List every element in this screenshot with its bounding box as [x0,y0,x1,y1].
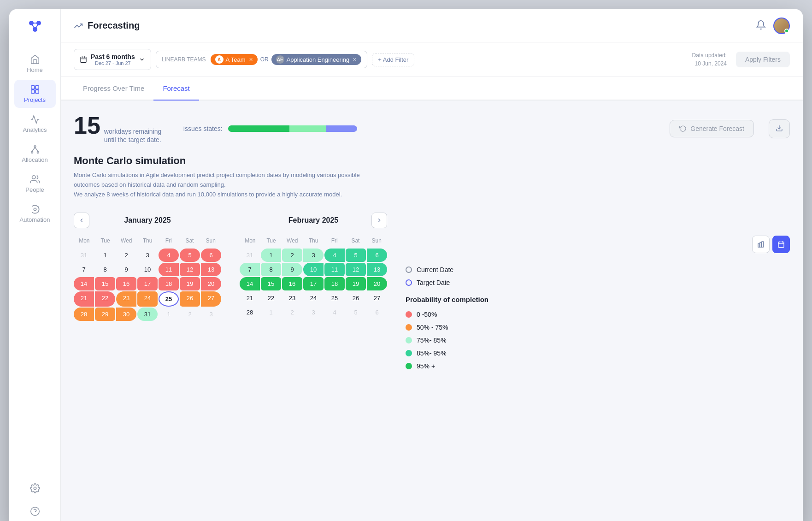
sidebar-item-projects[interactable]: Projects [14,80,56,108]
calendar-day: 3 [137,249,158,262]
notifications-button[interactable] [756,20,766,31]
svg-point-17 [34,487,36,490]
calendars-wrapper: January 2025 Mon Tue Wed Thu Fri Sat [74,213,387,322]
calendar-day: 22 [261,291,281,305]
calendar-day: 22 [95,291,115,307]
calendar-day: 8 [261,263,281,276]
calendar-day: 1 [95,249,115,262]
team-tag-a[interactable]: A A Team ✕ [211,54,258,65]
chevron-down-icon [139,56,145,63]
data-updated: Data updated: 10 Jun, 2024 [692,51,727,68]
sidebar-item-automation[interactable]: Automation [14,200,56,228]
sidebar-item-help[interactable] [14,502,56,521]
workdays-count: 15 workdays remaining until the target d… [74,113,169,144]
calendar-day: 7 [74,263,94,276]
calendar-day: 15 [261,277,281,290]
legend-section: Current Date Target Date Probability of … [406,213,790,375]
calendar-day: 3 [303,249,324,262]
calendar-day: 17 [303,277,324,290]
calendar-january-title: January 2025 [124,216,171,225]
calendar-february-title: February 2025 [288,216,339,225]
date-range-label: Past 6 months [91,53,135,60]
calendar-section: January 2025 Mon Tue Wed Thu Fri Sat [74,213,790,375]
sidebar-item-label: Automation [20,216,50,223]
add-filter-button[interactable]: + Add Filter [372,53,414,66]
svg-rect-27 [762,242,763,247]
svg-rect-9 [35,90,38,93]
avatar[interactable] [773,18,790,34]
calendar-row: 31 1 2 3 4 5 6 [74,249,221,262]
calendar-day: 23 [282,291,302,305]
calendar-next-button[interactable] [371,213,387,228]
calendar-day: 1 [261,306,281,319]
sidebar-item-allocation[interactable]: Allocation [14,140,56,168]
tab-progress-over-time[interactable]: Progress Over Time [74,77,153,101]
calendar-day: 31 [137,308,158,321]
calendar-day: 24 [137,291,158,307]
export-button[interactable] [769,119,790,138]
issues-label: issues states: [183,125,223,132]
calendar-january-grid: Mon Tue Wed Thu Fri Sat Sun 31 [74,236,221,321]
bell-icon [756,20,766,30]
workdays-label: workdays remaining until the target date… [104,127,169,144]
filter-right: Data updated: 10 Jun, 2024 Apply Filters [692,51,790,68]
sidebar-item-people[interactable]: People [14,170,56,198]
calendar-day: 2 [282,306,302,319]
svg-rect-20 [81,57,86,63]
settings-icon [30,483,40,493]
calendar-day: 2 [116,249,136,262]
calendar-day: 4 [324,306,345,319]
allocation-icon [30,144,40,154]
calendar-day: 31 [240,249,260,262]
calendar-prev-button[interactable] [74,213,89,228]
calendar-row: 21 22 23 24 25 26 27 [240,291,387,305]
sidebar-item-home[interactable]: Home [14,50,56,78]
sidebar-item-analytics[interactable]: Analytics [14,110,56,138]
calendar-day: 29 [95,308,115,321]
date-picker-button[interactable]: Past 6 months Dec 27 - Jun 27 [74,49,151,70]
filter-tags: LINEARB TEAMS A A Team ✕ OR AE Applicati… [156,51,368,68]
forecast-trend-icon [74,21,83,30]
logo-icon[interactable] [27,18,43,37]
calendar-day: 1 [261,249,281,262]
apply-filters-button[interactable]: Apply Filters [736,52,790,67]
legend-target-date: Target Date [406,279,790,286]
calendar-day: 8 [95,263,115,276]
calendar-day: 5 [346,306,366,319]
sidebar-item-settings[interactable] [14,479,56,498]
team-tag-ae[interactable]: AE Application Engineering ✕ [271,54,362,65]
export-icon [776,124,783,132]
calendar-day: 11 [159,263,179,276]
svg-rect-26 [760,243,761,247]
svg-line-13 [32,147,35,151]
calendar-day: 20 [367,277,387,290]
tag-close-a[interactable]: ✕ [249,57,253,63]
workdays-row: 15 workdays remaining until the target d… [74,113,790,144]
sidebar-item-label: Allocation [22,156,47,163]
monte-carlo-desc: Monte Carlo simulations in Agile develop… [74,171,790,199]
calendar-row: 14 15 16 17 18 19 20 [74,277,221,290]
svg-rect-25 [758,243,759,247]
team-label: LINEARB TEAMS [162,56,206,63]
svg-point-18 [30,507,39,515]
svg-point-11 [31,152,33,154]
calendar-day: 17 [137,277,158,290]
refresh-icon [679,125,687,132]
calendar-day: 16 [282,277,302,290]
calendar-view-button[interactable] [772,236,790,253]
calendar-day-target: 25 [159,291,179,307]
sidebar-item-label: Home [27,66,43,73]
calendar-day: 5 [346,249,366,262]
monte-carlo-section: Monte Carlo simulation Monte Carlo simul… [74,155,790,199]
chart-view-button[interactable] [752,236,770,253]
avatar-online-dot [784,29,789,33]
generate-forecast-button[interactable]: Generate Forecast [670,120,754,137]
tag-close-ae[interactable]: ✕ [353,57,357,63]
calendar-day: 28 [240,306,260,319]
tab-forecast[interactable]: Forecast [153,77,199,101]
filter-bar: Past 6 months Dec 27 - Jun 27 LINEARB TE… [61,42,803,77]
calendar-day: 4 [324,249,345,262]
legend-item-75-85: 75%- 85% [406,337,790,344]
svg-point-12 [37,152,39,154]
svg-point-16 [34,208,36,211]
